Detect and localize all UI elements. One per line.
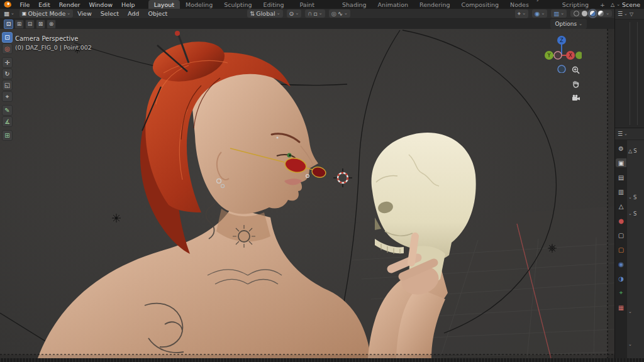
show-gizmo-dropdown[interactable]: ⌖ ⌄ bbox=[515, 9, 528, 18]
gizmo-x-neg[interactable] bbox=[554, 52, 562, 59]
blender-logo-icon[interactable] bbox=[4, 1, 11, 8]
menu-window[interactable]: Window bbox=[85, 1, 117, 9]
tab-render-properties[interactable]: ▣ bbox=[616, 158, 626, 167]
select-mode-invert[interactable]: ⊠ bbox=[36, 19, 45, 29]
editor-type-button[interactable]: ▦ ⌄ bbox=[3, 10, 16, 17]
select-mode-subtract[interactable]: ⊟ bbox=[25, 19, 35, 29]
gizmo-z-label: Z bbox=[560, 38, 564, 43]
overlays-icon: ◉ bbox=[535, 10, 540, 17]
tab-layout[interactable]: Layout bbox=[148, 0, 180, 9]
orientation-dropdown[interactable]: ⇅ Global ⌄ bbox=[247, 9, 282, 18]
menu-select[interactable]: Select bbox=[96, 9, 123, 18]
shading-material-icon[interactable] bbox=[590, 11, 596, 16]
select-mode-set[interactable]: ⊡ bbox=[4, 19, 13, 29]
tab-scene-properties[interactable]: △ bbox=[616, 202, 626, 211]
snap-target-icon: ▫ bbox=[313, 10, 317, 17]
thumb bbox=[411, 236, 415, 263]
menu-render[interactable]: Render bbox=[55, 1, 85, 9]
proportional-editing-icon[interactable]: ◎ bbox=[331, 10, 336, 17]
tab-scripting[interactable]: Scripting bbox=[557, 0, 594, 9]
chevron-down-icon: ⌄ bbox=[344, 11, 348, 16]
magnet-icon[interactable]: ∩ bbox=[308, 10, 312, 17]
outliner-display-mode[interactable]: ☰ ⌄ bbox=[618, 11, 628, 17]
tab-modeling[interactable]: Modeling bbox=[180, 0, 218, 9]
panel-section-header[interactable]: ⌄ bbox=[628, 310, 633, 314]
proportional-group[interactable]: ◎ ∿ ⌄ bbox=[329, 9, 350, 18]
tab-physics-properties[interactable]: ◉ bbox=[616, 260, 626, 268]
mode-dropdown[interactable]: ▣ Object Mode ⌄ bbox=[19, 9, 73, 18]
pan-hand-icon[interactable] bbox=[571, 79, 580, 89]
rotate-tool[interactable]: ↻ bbox=[2, 69, 13, 79]
tab-compositing[interactable]: Compositing bbox=[456, 0, 505, 9]
select-mode-intersect[interactable]: ⊗ bbox=[47, 19, 56, 29]
menu-object[interactable]: Object bbox=[143, 9, 172, 18]
properties-tab-strip: ⚙ ▣ ▤ ▥ △ ● ▢ ▢ ◉ ◑ ⌖ ▦ bbox=[615, 140, 627, 358]
select-mode-extend[interactable]: ⊞ bbox=[14, 19, 24, 29]
scale-tool[interactable]: ◱ bbox=[2, 80, 13, 90]
properties-breadcrumb: △ S bbox=[628, 148, 637, 154]
panel-section-header[interactable]: ⌄ S bbox=[628, 194, 636, 200]
add-cube-tool[interactable]: ⊞ bbox=[2, 130, 13, 141]
chevron-down-icon: ⌄ bbox=[579, 22, 582, 26]
tab-animation[interactable]: Animation bbox=[372, 0, 414, 9]
shading-rendered-icon[interactable] bbox=[598, 11, 604, 16]
shading-solid-icon[interactable] bbox=[582, 11, 587, 16]
overlays-dropdown[interactable]: ◉ ⌄ bbox=[532, 9, 547, 18]
gizmo-y-neg[interactable] bbox=[575, 52, 582, 59]
move-tool[interactable]: ✛ bbox=[2, 57, 13, 68]
shading-wireframe-icon[interactable] bbox=[574, 11, 579, 16]
tab-uv-editing[interactable]: UV Editing bbox=[258, 0, 294, 9]
topbar: File Edit Render Window Help Layout Mode… bbox=[0, 0, 644, 9]
properties-editor-type[interactable]: ☰ ⌄ bbox=[618, 131, 628, 137]
menu-help[interactable]: Help bbox=[117, 1, 140, 9]
menu-file[interactable]: File bbox=[15, 1, 34, 9]
chevron-down-icon: ⌄ bbox=[541, 11, 545, 16]
annotate-tool[interactable]: ✎ bbox=[2, 105, 13, 116]
tab-tool-properties[interactable]: ⚙ bbox=[616, 144, 626, 153]
gizmo-z-neg[interactable] bbox=[558, 65, 565, 73]
menu-view[interactable]: View bbox=[73, 9, 96, 18]
tab-shading[interactable]: Shading bbox=[336, 0, 372, 9]
3d-viewport[interactable]: Camera Perspective (0) DAZ_FIG_0 | Point… bbox=[0, 29, 614, 358]
menu-add[interactable]: Add bbox=[123, 9, 143, 18]
timeline-strip[interactable] bbox=[0, 358, 644, 362]
tab-world-properties[interactable]: ● bbox=[616, 216, 626, 225]
cursor-tool[interactable]: ◎ bbox=[2, 43, 13, 54]
transform-tool[interactable]: ⌖ bbox=[2, 91, 13, 102]
mode-label: Object Mode bbox=[28, 10, 65, 17]
scene-name: Scene bbox=[622, 1, 640, 8]
tab-data-properties[interactable]: ⌖ bbox=[616, 288, 626, 297]
pivot-dropdown[interactable]: ⊙ ⌄ bbox=[287, 9, 302, 18]
tab-constraints-properties[interactable]: ◑ bbox=[616, 274, 626, 283]
scene-selector[interactable]: △ ⌄ Scene bbox=[611, 1, 640, 8]
menu-edit[interactable]: Edit bbox=[34, 1, 54, 9]
tab-texture-properties[interactable]: ▦ bbox=[616, 303, 626, 312]
panel-section-header[interactable]: ⌄ S bbox=[628, 211, 636, 217]
tab-geometry-nodes[interactable]: Geometry Nodes bbox=[504, 0, 557, 9]
chevron-down-icon: ⌄ bbox=[628, 212, 632, 216]
scene-icon: △ bbox=[611, 2, 614, 8]
xray-dropdown[interactable]: ▥ ⌄ bbox=[551, 9, 567, 18]
tab-collection-properties[interactable]: ▢ bbox=[616, 231, 626, 239]
tab-texture-paint[interactable]: Texture Paint bbox=[294, 0, 336, 9]
filter-icon[interactable]: ▽ bbox=[630, 11, 633, 17]
snapping-group[interactable]: ∩ ▫ ⌄ bbox=[305, 9, 325, 18]
camera-view-icon[interactable] bbox=[571, 93, 580, 102]
select-box-tool[interactable]: ⊡ bbox=[2, 32, 13, 43]
tool-settings-bar: ⊡ ⊞ ⊟ ⊠ ⊗ Options ⌄ bbox=[0, 19, 614, 29]
measure-tool[interactable]: ∡ bbox=[2, 116, 13, 127]
tab-object-properties[interactable]: ▢ bbox=[616, 245, 626, 254]
tab-sculpting[interactable]: Sculpting bbox=[218, 0, 257, 9]
properties-header: ☰ ⌄ bbox=[615, 128, 644, 140]
tab-output-properties[interactable]: ▤ bbox=[616, 173, 626, 182]
options-dropdown[interactable]: Options ⌄ bbox=[550, 19, 587, 29]
properties-editor: ⚙ ▣ ▤ ▥ △ ● ▢ ▢ ◉ ◑ ⌖ ▦ △ S ⌄ S ⌄ S bbox=[615, 140, 644, 358]
add-workspace-button[interactable]: + bbox=[594, 0, 611, 9]
tab-rendering[interactable]: Rendering bbox=[414, 0, 456, 9]
viewport-nav-buttons bbox=[571, 65, 580, 102]
outliner[interactable] bbox=[615, 19, 644, 128]
panel-section-header[interactable]: ⌄ bbox=[628, 343, 633, 347]
zoom-icon[interactable] bbox=[571, 65, 580, 75]
properties-content[interactable]: △ S ⌄ S ⌄ S ⌄ ⌄ bbox=[627, 140, 644, 358]
tab-viewlayer-properties[interactable]: ▥ bbox=[616, 187, 626, 196]
